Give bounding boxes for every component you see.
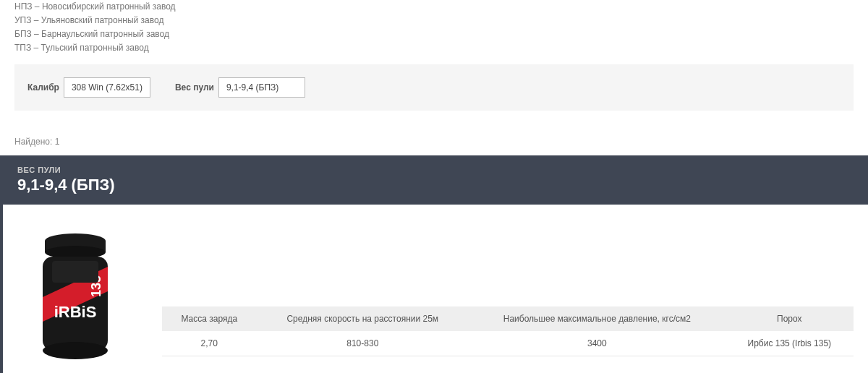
table-cell: 2,70	[162, 331, 257, 356]
found-count: Найдено: 1	[14, 137, 868, 147]
result-table: Масса заряда Средняя скорость на расстоя…	[162, 306, 854, 356]
filter-caliber-group: Калибр 308 Win (7.62x51)	[27, 77, 150, 98]
table-header-row: Масса заряда Средняя скорость на расстоя…	[162, 306, 854, 331]
table-cell: Ирбис 135 (Irbis 135)	[726, 331, 854, 356]
filter-weight-label: Вес пули	[175, 82, 214, 93]
table-row: 2,70 810-830 3400 Ирбис 135 (Irbis 135)	[162, 331, 854, 356]
result-header-label: ВЕС ПУЛИ	[17, 166, 851, 174]
filter-bar: Калибр 308 Win (7.62x51) Вес пули 9,1-9,…	[14, 64, 854, 111]
table-cell: 3400	[469, 331, 726, 356]
product-image: iRBiS 135	[17, 218, 133, 369]
result-header: ВЕС ПУЛИ 9,1-9,4 (БПЗ)	[0, 155, 868, 205]
caliber-select[interactable]: 308 Win (7.62x51)	[64, 77, 150, 98]
result-body: iRBiS 135 Масса заряда Средняя скорость …	[0, 205, 868, 373]
table-cell: 810-830	[257, 331, 469, 356]
table-header: Порох	[726, 306, 854, 331]
legend-item: БПЗ – Барнаульский патронный завод	[14, 27, 854, 40]
svg-rect-8	[52, 261, 98, 283]
result-header-value: 9,1-9,4 (БПЗ)	[17, 176, 851, 194]
svg-text:iRBiS: iRBiS	[54, 303, 97, 321]
table-header: Средняя скорость на расстоянии 25м	[257, 306, 469, 331]
legend-item: НПЗ – Новосибирский патронный завод	[14, 0, 854, 13]
legend-block: НПЗ – Новосибирский патронный завод УПЗ …	[0, 0, 868, 54]
filter-caliber-label: Калибр	[27, 82, 59, 93]
legend-item: ТПЗ – Тульский патронный завод	[14, 41, 854, 54]
svg-point-4	[43, 342, 108, 359]
table-header: Масса заряда	[162, 306, 257, 331]
table-header: Наибольшее максимальное давление, кгс/см…	[469, 306, 726, 331]
filter-weight-group: Вес пули 9,1-9,4 (БПЗ)	[175, 77, 305, 98]
weight-select[interactable]: 9,1-9,4 (БПЗ)	[218, 77, 305, 98]
legend-item: УПЗ – Ульяновский патронный завод	[14, 14, 854, 27]
